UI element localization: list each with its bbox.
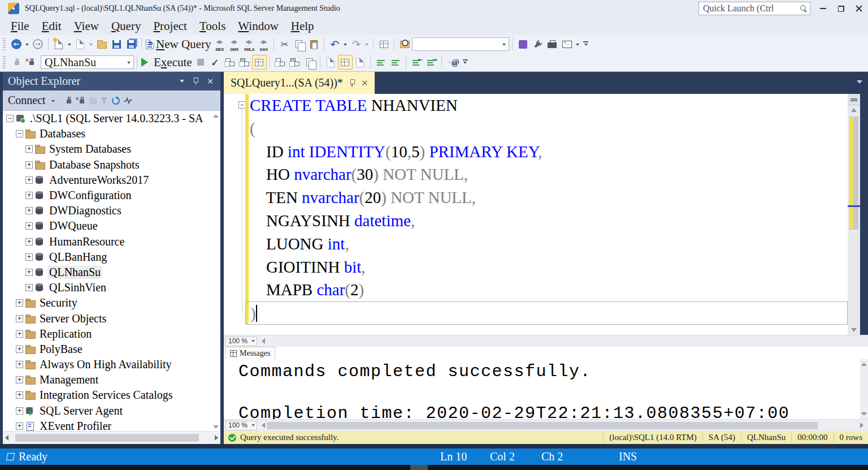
minimize-button[interactable] — [814, 0, 832, 17]
comment-button[interactable] — [374, 55, 388, 70]
collapse-icon[interactable]: − — [16, 130, 23, 137]
tree-item-label[interactable]: XEvent Profiler — [38, 420, 113, 431]
tab-list-caret[interactable] — [857, 80, 862, 87]
scroll-up-icon[interactable] — [861, 363, 867, 366]
scroll-right-icon[interactable] — [215, 435, 218, 441]
menu-view[interactable]: View — [68, 17, 105, 35]
tree-item-label[interactable]: System Databases — [47, 143, 133, 156]
tree-item[interactable]: +AdventureWorks2017 — [3, 173, 220, 188]
scroll-down-icon[interactable] — [851, 328, 857, 332]
results-to-text-button[interactable] — [323, 55, 338, 70]
stop-button[interactable] — [90, 97, 97, 104]
menu-tools[interactable]: Tools — [193, 17, 232, 35]
increase-indent-button[interactable] — [424, 55, 439, 70]
activity-monitor-button[interactable] — [515, 37, 530, 51]
add-item-caret[interactable] — [89, 44, 93, 48]
menu-query[interactable]: Query — [105, 17, 147, 35]
redo-button[interactable]: ↷ — [349, 37, 363, 51]
expand-icon[interactable]: + — [16, 346, 23, 353]
activity-monitor-icon[interactable] — [124, 97, 133, 105]
messages-zoom-dropdown[interactable]: 100 % — [225, 421, 257, 430]
tree-item[interactable]: +Management — [3, 372, 220, 387]
code-line[interactable]: HO nvarchar(30) NOT NULL, — [245, 163, 848, 186]
sqlcmd-mode-button[interactable]: @ — [445, 55, 461, 70]
scrollbar-thumb[interactable] — [267, 422, 818, 429]
tree-item[interactable]: +Security — [3, 295, 220, 311]
tree-item-label[interactable]: SQL Server Agent — [38, 404, 124, 417]
client-statistics-button[interactable] — [302, 55, 317, 70]
tree-item-label[interactable]: Management — [38, 373, 100, 386]
quick-launch-input[interactable]: Quick Launch (Ctrl — [698, 2, 810, 15]
menu-window[interactable]: Window — [232, 17, 284, 35]
object-explorer-header[interactable]: Object Explorer ✕ — [3, 72, 220, 90]
expand-icon[interactable]: + — [16, 376, 23, 383]
tree-item[interactable]: +QLSinhVien — [3, 280, 220, 295]
code-line[interactable]: TEN nvarchar(20) NOT NULL, — [245, 186, 848, 209]
expand-icon[interactable]: + — [25, 253, 33, 261]
expand-icon[interactable]: + — [16, 299, 23, 307]
restore-button[interactable] — [832, 0, 850, 17]
tree-item[interactable]: +XEvent Profiler — [3, 419, 220, 431]
toolbar-overflow-button[interactable] — [583, 41, 588, 48]
search-combobox[interactable] — [412, 37, 509, 51]
new-project-button[interactable] — [51, 37, 66, 51]
tree-item[interactable]: +DWDiagnostics — [3, 203, 220, 218]
tree-item[interactable]: +Server Objects — [3, 311, 220, 326]
tree-item-label[interactable]: HumanResource — [47, 235, 126, 248]
query-designer-button[interactable] — [376, 37, 391, 51]
code-line[interactable]: MAPB char(2) — [245, 278, 848, 301]
split-window-handle[interactable] — [848, 94, 860, 105]
execute-button[interactable]: Execute — [140, 55, 193, 70]
expand-icon[interactable]: + — [16, 330, 23, 338]
editor-zoom-dropdown[interactable]: 100 % — [225, 337, 257, 346]
tree-horizontal-scrollbar[interactable] — [3, 431, 220, 444]
tree-item-label[interactable]: Security — [38, 296, 79, 309]
tree-item[interactable]: +DWQueue — [3, 218, 220, 234]
code-area[interactable]: CREATE TABLE NHANVIEN( ID int IDENTITY(1… — [245, 94, 848, 325]
close-button[interactable] — [850, 0, 868, 17]
tab-pin-icon[interactable] — [350, 79, 354, 87]
close-panel-icon[interactable]: ✕ — [207, 77, 214, 86]
tree-item-label[interactable]: Always On High Availability — [38, 358, 173, 371]
tree-item-label[interactable]: Integration Services Catalogs — [38, 389, 175, 402]
parse-button[interactable]: ✓ — [208, 55, 223, 70]
expand-icon[interactable]: + — [25, 192, 33, 199]
window-position-caret[interactable] — [180, 80, 184, 85]
code-line[interactable]: NGAYSINH datetime, — [245, 209, 848, 232]
new-project-caret[interactable] — [68, 44, 71, 48]
tree-item[interactable]: −Databases — [3, 126, 220, 141]
expand-icon[interactable]: + — [16, 361, 23, 368]
tree-item-label[interactable]: PolyBase — [38, 343, 84, 356]
tree-item[interactable]: +QLBanHang — [3, 249, 220, 265]
expand-icon[interactable]: + — [16, 315, 23, 322]
tree-item[interactable]: −.\SQL1 (SQL Server 14.0.3223.3 - SA — [3, 111, 220, 126]
tree-item[interactable]: +QLNhanSu — [3, 265, 220, 280]
tree-item-label[interactable]: QLBanHang — [47, 251, 108, 264]
expand-icon[interactable]: + — [25, 284, 33, 291]
new-query-button[interactable]: New Query — [145, 37, 212, 51]
navigate-backward-button[interactable]: ← — [9, 37, 24, 51]
toolbar-grip[interactable] — [3, 38, 6, 50]
paste-button[interactable] — [306, 37, 321, 51]
sql-editor[interactable]: − CREATE TABLE NHANVIEN( ID int IDENTITY… — [224, 94, 868, 335]
save-all-button[interactable] — [124, 37, 138, 51]
expand-icon[interactable]: + — [16, 422, 23, 430]
copy-button[interactable] — [292, 37, 306, 51]
intellisense-toggle-button[interactable] — [252, 55, 267, 70]
properties-button[interactable] — [530, 37, 545, 51]
connect-menu-caret[interactable] — [51, 100, 55, 104]
dmx-query-button[interactable]: DMX — [227, 37, 241, 51]
toolbar-grip[interactable] — [3, 56, 6, 68]
cancel-query-button[interactable] — [193, 55, 208, 70]
tree-item[interactable]: +DWConfiguration — [3, 188, 220, 203]
tree-item-label[interactable]: QLNhanSu — [47, 266, 102, 279]
live-query-stats-button[interactable] — [288, 55, 302, 70]
back-history-caret[interactable] — [25, 44, 29, 48]
tree-item-label[interactable]: AdventureWorks2017 — [47, 174, 150, 187]
uncomment-button[interactable] — [388, 55, 403, 70]
code-line[interactable]: ) — [245, 301, 848, 325]
change-connection-button[interactable]: × — [24, 55, 38, 70]
cut-button[interactable]: ✂ — [277, 37, 292, 51]
tree-item[interactable]: +Database Snapshots — [3, 157, 220, 173]
expand-icon[interactable]: + — [25, 269, 33, 276]
